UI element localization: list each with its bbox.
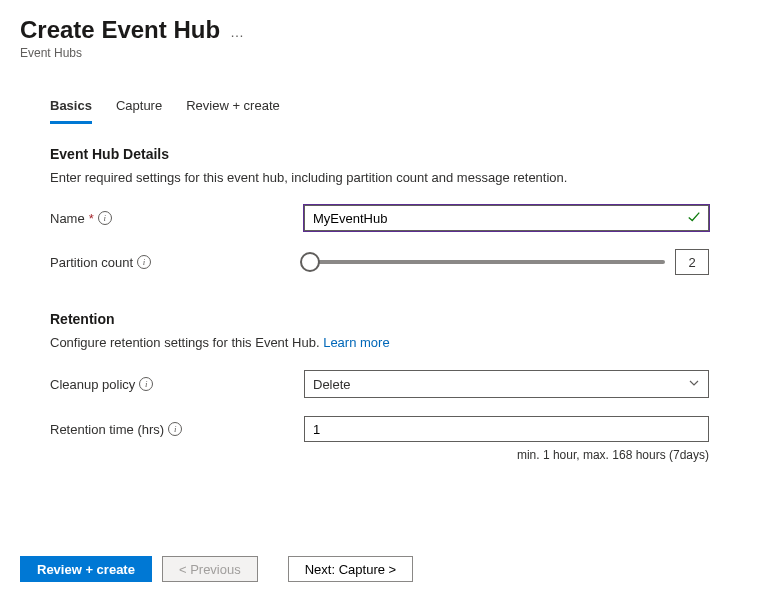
tab-basics[interactable]: Basics	[50, 98, 92, 124]
cleanup-policy-value: Delete	[313, 377, 351, 392]
retention-description: Configure retention settings for this Ev…	[50, 335, 323, 350]
next-button[interactable]: Next: Capture >	[288, 556, 413, 582]
tab-capture[interactable]: Capture	[116, 98, 162, 124]
previous-button: < Previous	[162, 556, 258, 582]
partition-count-value: 2	[675, 249, 709, 275]
info-icon[interactable]: i	[98, 211, 112, 225]
required-indicator: *	[89, 211, 94, 226]
review-create-button[interactable]: Review + create	[20, 556, 152, 582]
page-title: Create Event Hub	[20, 16, 220, 44]
breadcrumb: Event Hubs	[20, 46, 739, 60]
details-heading: Event Hub Details	[50, 146, 709, 162]
tab-review-create[interactable]: Review + create	[186, 98, 280, 124]
retention-time-label: Retention time (hrs)	[50, 422, 164, 437]
info-icon[interactable]: i	[168, 422, 182, 436]
info-icon[interactable]: i	[137, 255, 151, 269]
partition-count-slider[interactable]	[304, 260, 665, 264]
cleanup-policy-select[interactable]: Delete	[304, 370, 709, 398]
name-input[interactable]	[304, 205, 709, 231]
more-actions-button[interactable]: …	[230, 20, 245, 40]
partition-count-label: Partition count	[50, 255, 133, 270]
info-icon[interactable]: i	[139, 377, 153, 391]
tabs: Basics Capture Review + create	[20, 98, 739, 124]
checkmark-icon	[687, 210, 701, 227]
slider-thumb[interactable]	[300, 252, 320, 272]
footer: Review + create < Previous Next: Capture…	[20, 556, 739, 582]
details-description: Enter required settings for this event h…	[50, 170, 709, 185]
cleanup-policy-label: Cleanup policy	[50, 377, 135, 392]
retention-time-hint: min. 1 hour, max. 168 hours (7days)	[50, 448, 709, 462]
chevron-down-icon	[688, 377, 700, 392]
retention-heading: Retention	[50, 311, 709, 327]
name-label: Name	[50, 211, 85, 226]
retention-time-input[interactable]	[304, 416, 709, 442]
learn-more-link[interactable]: Learn more	[323, 335, 389, 350]
